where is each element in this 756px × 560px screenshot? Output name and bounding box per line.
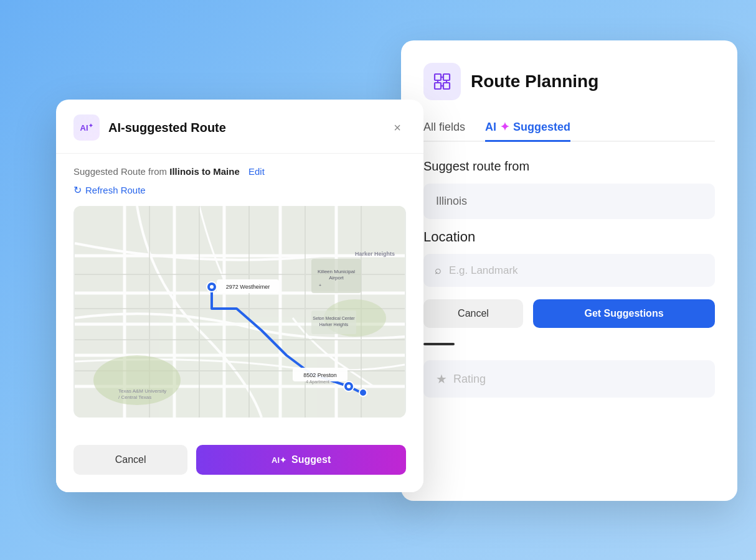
rp-title: Route Planning (471, 72, 598, 91)
svg-text:Killeen Municipal: Killeen Municipal (318, 269, 355, 274)
ai-badge: AI✦ (73, 114, 100, 141)
svg-point-49 (359, 389, 367, 396)
modal-header-left: AI✦ AI-suggested Route (73, 114, 226, 141)
modal-suggest-button[interactable]: AI✦ Suggest (196, 445, 406, 475)
rp-divider (423, 343, 455, 345)
svg-text:Harker Heights: Harker Heights (355, 251, 395, 257)
svg-rect-1 (443, 74, 450, 80)
svg-text:4 Apartment ...: 4 Apartment ... (306, 380, 334, 385)
svg-text:Seton Medical Center: Seton Medical Center (313, 316, 355, 320)
tab-all-fields[interactable]: All fields (423, 120, 465, 142)
ai-modal: AI✦ AI-suggested Route × Suggested Route… (56, 100, 423, 492)
svg-text:2972 Westheimer: 2972 Westheimer (226, 284, 270, 290)
rp-section-label: Suggest route from (423, 159, 715, 174)
modal-cancel-button[interactable]: Cancel (73, 445, 187, 475)
svg-text:Texas A&M University: Texas A&M University (118, 388, 166, 394)
svg-text:Airport: Airport (329, 275, 344, 281)
ai-badge-text: AI✦ (80, 123, 93, 133)
svg-text:8502 Preston: 8502 Preston (303, 372, 337, 378)
rp-tabs: All fields AI ✦ Suggested (423, 120, 715, 142)
rp-rating-row[interactable]: ★ Rating (423, 360, 715, 398)
svg-text:+: + (319, 283, 321, 287)
svg-text:/ Central Texas: / Central Texas (118, 394, 151, 400)
svg-point-41 (210, 285, 214, 289)
svg-rect-3 (443, 83, 450, 89)
ai-star-icon: ✦ (500, 120, 509, 134)
svg-rect-2 (435, 83, 441, 89)
search-icon: ⌕ (435, 264, 442, 277)
svg-rect-0 (435, 74, 441, 80)
ai-tab-prefix: AI (485, 121, 496, 134)
rp-search-box[interactable]: ⌕ E.g. Landmark (423, 254, 715, 287)
edit-link[interactable]: Edit (248, 166, 265, 177)
route-planning-icon (432, 72, 452, 91)
route-planning-icon-box (423, 63, 461, 100)
modal-footer: Cancel AI✦ Suggest (56, 432, 423, 492)
svg-point-45 (347, 385, 351, 388)
close-button[interactable]: × (389, 119, 406, 136)
rp-cancel-button[interactable]: Cancel (423, 299, 523, 328)
map-container: Killeen Municipal Airport + Seton Medica… (73, 206, 406, 418)
refresh-route-button[interactable]: ↻ Refresh Route (73, 184, 146, 196)
map-svg: Killeen Municipal Airport + Seton Medica… (73, 206, 406, 418)
route-info: Suggested Route from Illinois to Maine E… (73, 166, 406, 177)
suggest-ai-icon: AI✦ (272, 455, 286, 465)
modal-header: AI✦ AI-suggested Route × (56, 100, 423, 154)
route-planning-panel: Route Planning All fields AI ✦ Suggested… (401, 40, 737, 501)
svg-text:Harker Heights: Harker Heights (319, 322, 349, 327)
rp-get-suggestions-button[interactable]: Get Suggestions (533, 299, 715, 328)
rp-from-input[interactable]: Illinois (423, 184, 715, 219)
modal-body: Suggested Route from Illinois to Maine E… (56, 154, 423, 432)
rp-action-buttons: Cancel Get Suggestions (423, 299, 715, 328)
rp-search-placeholder: E.g. Landmark (449, 264, 518, 277)
tab-ai-suggested[interactable]: AI ✦ Suggested (485, 120, 570, 142)
refresh-icon: ↻ (73, 184, 82, 196)
modal-title: AI-suggested Route (108, 121, 226, 135)
rp-header: Route Planning (423, 63, 715, 100)
star-icon: ★ (436, 371, 447, 386)
rp-location-label: Location (423, 229, 715, 245)
